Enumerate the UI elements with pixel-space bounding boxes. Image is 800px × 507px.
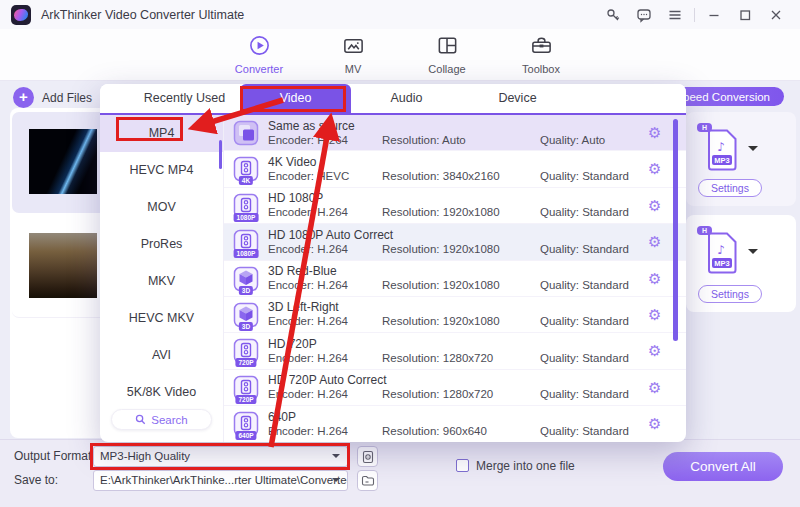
format-quality: Quality: Standard (540, 425, 629, 437)
gear-icon[interactable]: ⚙ (648, 341, 661, 361)
video-thumbnail[interactable] (29, 233, 97, 298)
gear-icon[interactable]: ⚙ (648, 159, 661, 179)
tab-audio[interactable]: Audio (351, 84, 462, 113)
format-quality: Quality: Standard (540, 279, 629, 291)
feedback-icon[interactable] (632, 4, 656, 26)
chevron-down-icon[interactable] (748, 146, 758, 156)
search-icon (135, 414, 146, 425)
format-quality: Quality: Standard (540, 388, 629, 400)
format-row[interactable]: 1080PHD 1080P Auto CorrectEncoder: H.264… (224, 224, 686, 260)
save-to-value: E:\ArkThinker\ArkThinke...rter Ultimate\… (100, 474, 348, 486)
gear-icon[interactable]: ⚙ (648, 305, 661, 325)
svg-text:MP3: MP3 (714, 156, 729, 165)
merge-checkbox[interactable] (456, 459, 469, 472)
format-row[interactable]: 3D3D Left-RightEncoder: H.264Resolution:… (224, 297, 686, 333)
video-thumbnail[interactable] (29, 129, 97, 194)
tab-recently-used[interactable]: Recently Used (129, 84, 240, 113)
save-to-dropdown[interactable]: E:\ArkThinker\ArkThinke...rter Ultimate\… (93, 470, 348, 491)
format-row[interactable]: 3D3D Red-BlueEncoder: H.264Resolution: 1… (224, 261, 686, 297)
video-format-icon: 720P (233, 338, 259, 364)
svg-text:♪: ♪ (717, 243, 725, 257)
search-box[interactable]: Search (111, 409, 212, 430)
format-sidebar-items: MP4HEVC MP4MOVProResMKVHEVC MKVAVI5K/8K … (100, 115, 223, 411)
settings-button[interactable]: Settings (698, 285, 762, 303)
list-scrollbar[interactable] (673, 119, 678, 341)
format-resolution: Resolution: 3840x2160 (382, 170, 500, 182)
format-name: HD 1080P (268, 191, 323, 205)
sidebar-item-prores[interactable]: ProRes (100, 226, 223, 263)
titlebar: ArkThinker Video Converter Ultimate (0, 0, 800, 30)
gear-icon[interactable]: ⚙ (648, 269, 661, 289)
svg-text:MP3: MP3 (714, 259, 729, 268)
format-encoder: Encoder: H.264 (268, 388, 348, 400)
format-resolution: Resolution: 1920x1080 (382, 315, 500, 327)
tab-device[interactable]: Device (462, 84, 573, 113)
video-format-icon: 640P (233, 411, 259, 437)
source-format-icon (233, 120, 259, 146)
output-format-value: MP3-High Quality (100, 450, 190, 462)
gear-icon[interactable]: ⚙ (648, 378, 661, 398)
format-name: 640P (268, 410, 296, 424)
sidebar-item-mp4[interactable]: MP4 (100, 115, 223, 152)
sidebar-item-mkv[interactable]: MKV (100, 263, 223, 300)
format-badge: 1080P (234, 249, 259, 258)
format-row[interactable]: 1080PHD 1080PEncoder: H.264Resolution: 1… (224, 188, 686, 224)
bottombar: Output Format: MP3-High Quality Save to:… (0, 439, 800, 507)
chevron-down-icon[interactable] (748, 249, 758, 259)
titlebar-controls (601, 4, 800, 26)
nav-item-mv[interactable]: MV (324, 34, 382, 75)
nav-item-converter[interactable]: Converter (230, 34, 288, 75)
app-logo-icon (11, 5, 31, 25)
video-format-icon: 1080P (233, 229, 259, 255)
format-quality: Quality: Standard (540, 315, 629, 327)
format-encoder: Encoder: H.264 (268, 315, 348, 327)
format-encoder: Encoder: H.264 (268, 206, 348, 218)
plus-icon: + (13, 87, 34, 108)
format-row[interactable]: 720PHD 720P Auto CorrectEncoder: H.264Re… (224, 370, 686, 406)
nav-item-toolbox[interactable]: Toolbox (512, 34, 570, 75)
format-picker-popup: Recently UsedVideoAudioDevice MP4HEVC MP… (100, 84, 686, 442)
gear-icon[interactable]: ⚙ (648, 196, 661, 216)
mp3-file-icon: ♪MP3H (704, 231, 740, 279)
format-resolution: Resolution: 1920x1080 (382, 206, 500, 218)
sidebar-item-5k-8k-video[interactable]: 5K/8K Video (100, 374, 223, 411)
search-label: Search (151, 414, 187, 426)
gear-icon[interactable]: ⚙ (648, 414, 661, 434)
format-resolution: Resolution: 1280x720 (382, 388, 493, 400)
converter-icon (248, 34, 271, 61)
settings-button[interactable]: Settings (698, 179, 762, 197)
sidebar-item-mov[interactable]: MOV (100, 189, 223, 226)
video-format-icon: 720P (233, 375, 259, 401)
quality-badge: H (697, 123, 712, 132)
convert-all-button[interactable]: Convert All (663, 452, 783, 481)
format-row[interactable]: 720PHD 720PEncoder: H.264Resolution: 128… (224, 333, 686, 369)
output-settings-button[interactable] (357, 446, 378, 467)
format-encoder: Encoder: H.264 (268, 279, 348, 291)
minimize-button[interactable] (702, 4, 726, 26)
cube-3d-icon: 3D (233, 266, 259, 292)
format-quality: Quality: Standard (540, 352, 629, 364)
nav-item-collage[interactable]: Collage (418, 34, 476, 75)
gear-icon[interactable]: ⚙ (648, 232, 661, 252)
format-row[interactable]: 640P640PEncoder: H.264Resolution: 960x64… (224, 406, 686, 442)
nav-item-label: Toolbox (522, 63, 560, 75)
mv-icon (342, 34, 365, 61)
sidebar-scrollbar[interactable] (219, 140, 222, 169)
register-key-icon[interactable] (601, 4, 625, 26)
navbar-items: ConverterMVCollageToolbox (0, 29, 800, 81)
close-button[interactable] (764, 4, 788, 26)
maximize-button[interactable] (733, 4, 757, 26)
popup-body: MP4HEVC MP4MOVProResMKVHEVC MKVAVI5K/8K … (100, 115, 686, 442)
sidebar-item-hevc-mp4[interactable]: HEVC MP4 (100, 152, 223, 189)
output-format-dropdown[interactable]: MP3-High Quality (93, 446, 348, 467)
menu-icon[interactable] (663, 4, 687, 26)
format-resolution: Resolution: 1920x1080 (382, 243, 500, 255)
add-files-button[interactable]: + Add Files (13, 87, 92, 108)
format-row[interactable]: Same as sourceEncoder: H.264Resolution: … (224, 115, 686, 151)
format-row[interactable]: 4K4K VideoEncoder: HEVCResolution: 3840x… (224, 151, 686, 187)
sidebar-item-avi[interactable]: AVI (100, 337, 223, 374)
sidebar-item-hevc-mkv[interactable]: HEVC MKV (100, 300, 223, 337)
gear-icon[interactable]: ⚙ (648, 123, 661, 143)
tab-video[interactable]: Video (240, 84, 351, 113)
open-folder-button[interactable] (357, 470, 378, 491)
